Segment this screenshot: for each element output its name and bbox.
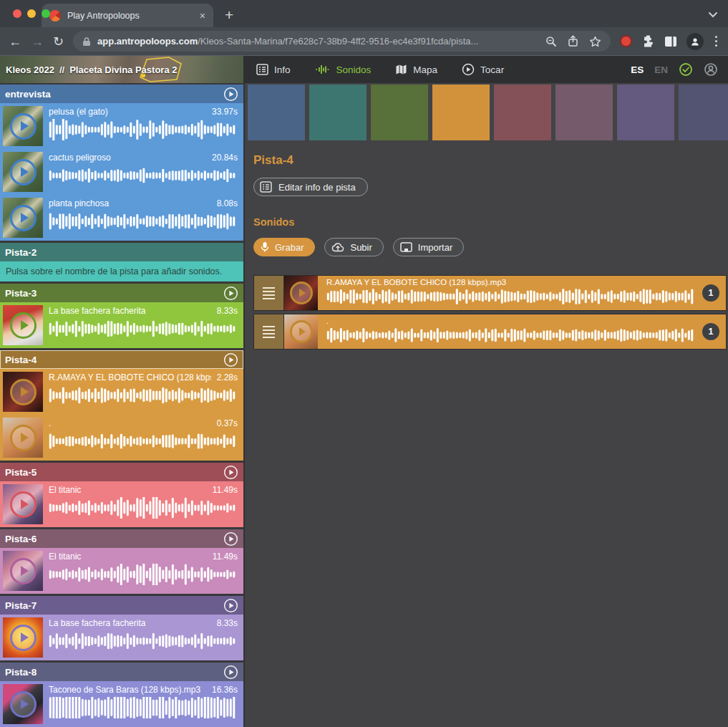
drag-handle[interactable]	[254, 314, 284, 349]
sound-waveform	[326, 326, 694, 345]
clip-thumbnail[interactable]	[3, 198, 43, 238]
sound-thumbnail[interactable]	[284, 314, 318, 349]
nav-item-mapa[interactable]: Mapa	[395, 64, 437, 75]
sound-row[interactable]: R.AMAYA Y EL BOBOTE CHICO (128 kbps).mp3…	[253, 275, 727, 311]
forward-icon[interactable]: →	[31, 35, 44, 48]
palette-swatch-7[interactable]	[617, 85, 674, 140]
clip-thumbnail[interactable]	[3, 684, 43, 724]
sound-row[interactable]: . 1	[253, 314, 727, 350]
back-icon[interactable]: ←	[9, 35, 21, 48]
track-name: Pista-7	[5, 600, 223, 611]
tab-search-chevron-icon[interactable]	[708, 9, 718, 21]
fullscreen-window-button[interactable]	[42, 9, 50, 18]
close-window-button[interactable]	[13, 9, 21, 18]
reload-icon[interactable]: ↻	[53, 35, 64, 48]
record-button[interactable]: Grabar	[253, 238, 315, 256]
sound-thumbnail[interactable]	[284, 276, 318, 310]
sound-actions: Grabar Subir Importar	[253, 238, 728, 256]
extensions-puzzle-icon[interactable]	[641, 34, 655, 48]
profile-avatar[interactable]	[686, 33, 704, 50]
sound-content: .	[318, 314, 698, 349]
track-header-pista-6[interactable]: Pista-6	[0, 529, 243, 548]
clip-thumbnail[interactable]	[3, 617, 43, 658]
track-play-icon[interactable]	[223, 87, 238, 102]
track-name: Pista-3	[5, 288, 223, 299]
breadcrumb-project[interactable]: Kleos 2022	[6, 64, 54, 75]
sound-title: R.AMAYA Y EL BOBOTE CHICO (128 kbps).mp3	[326, 278, 694, 287]
recorder-extension-icon[interactable]	[620, 35, 632, 47]
palette-swatch-3[interactable]	[371, 85, 428, 140]
track-play-icon[interactable]	[223, 598, 238, 613]
track-play-icon[interactable]	[223, 465, 238, 480]
import-button[interactable]: Importar	[393, 238, 464, 256]
clip-thumbnail[interactable]	[3, 106, 43, 146]
palette-swatch-8[interactable]	[679, 85, 728, 140]
palette-swatch-4-selected[interactable]	[432, 85, 490, 140]
track-header-pista-8[interactable]: Pista-8	[0, 663, 243, 681]
track-header-pista-2[interactable]: Pista-2	[0, 243, 243, 261]
clip-thumbnail[interactable]	[3, 152, 43, 192]
record-label: Grabar	[275, 242, 304, 253]
empty-track-hint: Pulsa sobre el nombre de la pista para a…	[0, 261, 243, 281]
zoom-icon[interactable]	[545, 36, 557, 47]
browser-tab[interactable]: Play Antropoloops ×	[42, 4, 213, 27]
address-bar[interactable]: app.antropoloops.com/Kleos-Santa-Marina/…	[73, 31, 611, 52]
palette-swatch-5[interactable]	[494, 85, 551, 140]
side-panel-icon[interactable]	[664, 36, 677, 47]
clip-row[interactable]: Taconeo de Sara Baras (128 kbps).mp316.3…	[0, 681, 243, 727]
clip-title: planta pinchosa	[49, 198, 211, 208]
new-tab-button[interactable]: +	[225, 7, 233, 22]
clip-row[interactable]: La base fachera facherita8.33s	[0, 615, 243, 660]
nav-item-sonidos[interactable]: Sonidos	[315, 64, 372, 75]
clip-row[interactable]: La base fachera facherita8.33s	[0, 302, 243, 348]
lang-en[interactable]: EN	[654, 64, 668, 75]
clip-thumbnail[interactable]	[3, 484, 43, 524]
track-header-entrevista[interactable]: entrevista	[0, 85, 243, 103]
clip-title: El titanic	[49, 485, 207, 495]
clip-meta: La base fachera facherita8.33s	[49, 305, 238, 345]
breadcrumb-scene[interactable]: Placeta Divina Pastora 2	[69, 64, 177, 75]
project-cover[interactable]: Kleos 2022 // Placeta Divina Pastora 2	[0, 56, 243, 83]
drag-handle[interactable]	[254, 276, 284, 310]
minimize-window-button[interactable]	[27, 9, 36, 18]
clip-duration: 11.49s	[213, 552, 238, 562]
track-play-icon[interactable]	[223, 286, 238, 301]
track-name: Pista-5	[5, 467, 223, 478]
edit-track-info-button[interactable]: Editar info de pista	[253, 178, 368, 196]
upload-button[interactable]: Subir	[324, 238, 383, 256]
clip-thumbnail[interactable]	[3, 372, 43, 412]
clip-thumbnail[interactable]	[3, 305, 43, 345]
nav-item-info[interactable]: Info	[256, 64, 291, 75]
lang-es[interactable]: ES	[631, 64, 644, 75]
clip-row[interactable]: cactus peligroso20.84s	[0, 149, 243, 195]
clip-meta: La base fachera facherita8.33s	[49, 617, 238, 658]
loop-count-badge: 1	[702, 284, 719, 302]
bookmark-star-icon[interactable]	[589, 36, 601, 47]
clip-row[interactable]: pelusa (el gato)33.97s	[0, 103, 243, 149]
track-header-pista-7[interactable]: Pista-7	[0, 596, 243, 615]
clip-thumbnail[interactable]	[3, 418, 43, 458]
clip-row[interactable]: R.AMAYA Y EL BOBOTE CHICO (128 kbps)....…	[0, 369, 243, 415]
clip-row[interactable]: .0.37s	[0, 415, 243, 461]
track-header-pista-3[interactable]: Pista-3	[0, 284, 243, 302]
clip-thumbnail[interactable]	[3, 551, 43, 591]
browser-menu-kebab-icon[interactable]	[713, 36, 719, 47]
palette-swatch-2[interactable]	[309, 85, 367, 140]
clip-row[interactable]: El titanic11.49s	[0, 481, 243, 527]
track-play-icon[interactable]	[223, 531, 238, 547]
saved-check-icon[interactable]	[679, 62, 693, 77]
track-play-icon[interactable]	[223, 665, 238, 680]
clip-row[interactable]: planta pinchosa8.08s	[0, 195, 243, 241]
track-header-pista-4[interactable]: Pista-4	[0, 350, 243, 369]
palette-swatch-1[interactable]	[248, 85, 305, 140]
tab-close-icon[interactable]: ×	[200, 11, 205, 21]
nav-item-tocar[interactable]: Tocar	[462, 63, 504, 76]
track-entrevista: entrevista pelusa (el gato)33.97s cactus…	[0, 85, 243, 241]
palette-swatch-6[interactable]	[555, 85, 613, 140]
track-play-icon[interactable]	[223, 352, 238, 367]
share-icon[interactable]	[568, 35, 578, 47]
lock-icon	[82, 37, 91, 47]
track-header-pista-5[interactable]: Pista-5	[0, 463, 243, 481]
clip-row[interactable]: El titanic11.49s	[0, 548, 243, 594]
account-icon[interactable]	[704, 62, 718, 77]
